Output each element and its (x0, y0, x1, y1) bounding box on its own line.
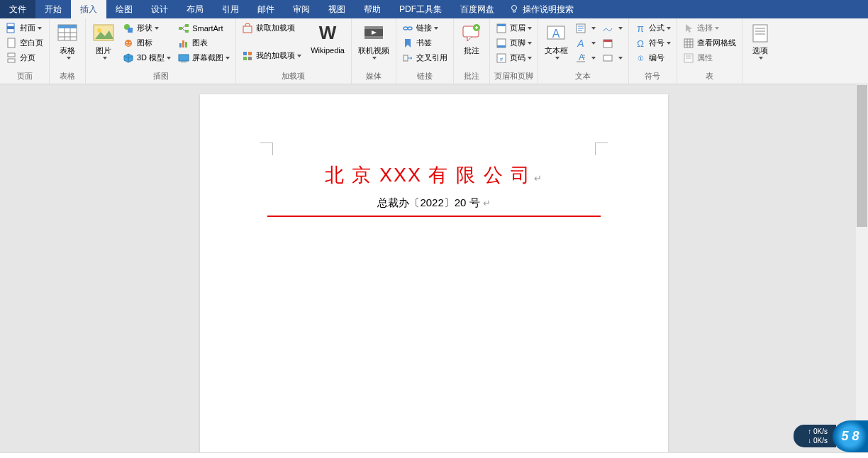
signature-button[interactable] (600, 21, 625, 35)
document-area[interactable]: 北 京 XXX 有 限 公 司↵ 总裁办〔2022〕20 号↵ (0, 84, 868, 452)
textbox-button[interactable]: A 文本框 (542, 21, 571, 61)
object-button[interactable] (600, 50, 625, 65)
svg-point-17 (126, 42, 128, 43)
get-addins-button[interactable]: 获取加载项 (240, 21, 304, 35)
margin-corner-tr (595, 143, 608, 155)
picture-icon (92, 22, 115, 45)
footer-button[interactable]: 页脚 (494, 35, 534, 50)
options-button[interactable]: 选项 (746, 21, 774, 61)
tab-layout[interactable]: 布局 (177, 0, 213, 18)
tab-pdf[interactable]: PDF工具集 (390, 0, 451, 18)
paragraph-mark-icon: ↵ (534, 173, 543, 184)
datetime-button[interactable] (600, 35, 625, 50)
header-button[interactable]: 页眉 (494, 21, 534, 35)
svg-rect-4 (8, 53, 15, 57)
tab-mail[interactable]: 邮件 (248, 0, 284, 18)
chart-button[interactable]: 图表 (176, 35, 232, 50)
bookmark-button[interactable]: 书签 (400, 35, 450, 50)
shapes-button[interactable]: 形状 (121, 21, 173, 35)
svg-rect-20 (185, 24, 189, 27)
symbol-button[interactable]: Ω符号 (633, 35, 673, 50)
svg-point-37 (408, 27, 412, 30)
tab-home[interactable]: 开始 (35, 0, 71, 18)
tab-review[interactable]: 审阅 (284, 0, 319, 18)
margin-corner-tl (260, 143, 273, 155)
tab-insert[interactable]: 插入 (71, 0, 106, 18)
svg-rect-72 (753, 25, 767, 42)
table-icon (56, 22, 79, 45)
group-addins-label: 加载项 (236, 69, 351, 84)
gridlines-button[interactable]: 查看网格线 (681, 35, 738, 50)
document-subtitle[interactable]: 总裁办〔2022〕20 号↵ (200, 196, 668, 210)
tab-references[interactable]: 引用 (213, 0, 248, 18)
svg-rect-30 (243, 57, 247, 60)
online-video-button[interactable]: 联机视频 (355, 21, 392, 61)
group-comments-label: 批注 (454, 69, 489, 84)
equation-button[interactable]: π公式 (633, 21, 673, 35)
object-icon (602, 52, 613, 64)
network-speed-widget[interactable]: ↑ 0K/s ↓ 0K/s (794, 425, 836, 447)
tab-draw[interactable]: 绘图 (106, 0, 142, 18)
document-title[interactable]: 北 京 XXX 有 限 公 司↵ (200, 162, 668, 188)
quick-parts-button[interactable] (573, 21, 598, 35)
tell-me-label: 操作说明搜索 (523, 4, 574, 16)
dropcap-button[interactable]: A (573, 50, 598, 65)
cross-ref-button[interactable]: 交叉引用 (400, 50, 450, 65)
svg-rect-31 (248, 57, 252, 60)
svg-point-0 (512, 6, 517, 11)
svg-text:#: # (500, 56, 503, 62)
wikipedia-button[interactable]: W Wikipedia (308, 21, 347, 57)
number-button[interactable]: ①编号 (633, 50, 673, 65)
group-pages: 封面 空白页 分页 页面 (0, 18, 50, 84)
pagenum-button[interactable]: #页码 (494, 50, 534, 65)
floating-badge[interactable]: 5 8 (833, 420, 868, 452)
vertical-scrollbar[interactable] (856, 84, 868, 452)
svg-rect-29 (248, 52, 252, 55)
screenshot-button[interactable]: 屏幕截图 (176, 50, 232, 65)
link-button[interactable]: 链接 (400, 21, 450, 35)
svg-text:①: ① (637, 55, 643, 62)
my-addins-button[interactable]: 我的加载项 (240, 48, 304, 63)
link-icon (402, 23, 413, 34)
svg-rect-28 (243, 52, 247, 55)
blank-page-button[interactable]: 空白页 (4, 35, 45, 50)
icons-button[interactable]: 图标 (121, 35, 173, 50)
menu-bar: 文件 开始 插入 绘图 设计 布局 引用 邮件 审阅 视图 帮助 PDF工具集 … (0, 0, 868, 18)
scrollbar-thumb[interactable] (857, 85, 867, 227)
group-media: 联机视频 媒体 (352, 18, 396, 84)
comment-icon (460, 22, 483, 45)
svg-rect-42 (497, 24, 506, 26)
paragraph-mark-icon: ↵ (483, 198, 491, 208)
svg-rect-3 (8, 38, 15, 48)
group-headerfooter: 页眉 页脚 #页码 页眉和页脚 (490, 18, 538, 84)
tell-me-search[interactable]: 操作说明搜索 (509, 4, 574, 16)
omega-icon: Ω (635, 38, 646, 49)
header-icon (496, 23, 507, 34)
tab-file[interactable]: 文件 (0, 0, 35, 18)
cover-page-icon (6, 23, 17, 34)
group-tables-label: 表格 (50, 69, 85, 84)
group-text-label: 文本 (538, 69, 628, 84)
smartart-button[interactable]: SmartArt (176, 21, 232, 35)
group-links: 链接 书签 交叉引用 链接 (396, 18, 454, 84)
tab-view[interactable]: 视图 (319, 0, 355, 18)
wordart-button[interactable]: A (573, 35, 598, 50)
tab-design[interactable]: 设计 (142, 0, 177, 18)
svg-rect-59 (603, 40, 612, 42)
svg-rect-23 (182, 40, 184, 48)
pictures-button[interactable]: 图片 (89, 21, 118, 61)
lightbulb-icon (509, 4, 519, 14)
status-bar (0, 452, 868, 458)
datetime-icon (602, 38, 613, 49)
table-button[interactable]: 表格 (53, 21, 82, 61)
page-break-button[interactable]: 分页 (4, 50, 45, 65)
tab-help[interactable]: 帮助 (355, 0, 390, 18)
document-page[interactable]: 北 京 XXX 有 限 公 司↵ 总裁办〔2022〕20 号↵ (200, 94, 668, 452)
select-button: 选择 (681, 21, 738, 35)
3d-models-button[interactable]: 3D 模型 (121, 50, 173, 65)
comment-button[interactable]: 批注 (457, 21, 486, 57)
cover-page-button[interactable]: 封面 (4, 21, 45, 35)
group-headerfooter-label: 页眉和页脚 (490, 69, 538, 84)
tab-baidu[interactable]: 百度网盘 (451, 0, 503, 18)
wordart-icon: A (575, 38, 586, 49)
